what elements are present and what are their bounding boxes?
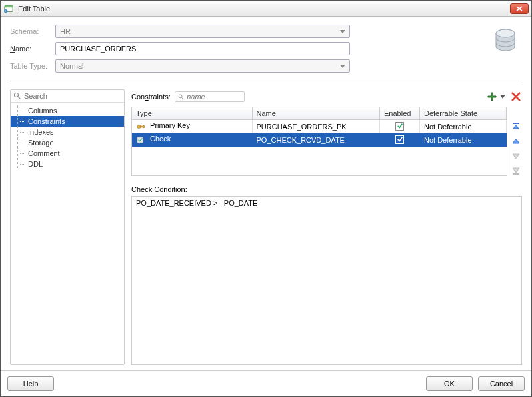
move-up-button[interactable] xyxy=(511,136,521,147)
close-button[interactable] xyxy=(510,3,529,14)
chevron-down-icon xyxy=(340,30,345,33)
sidebar: Columns Constraints Indexes Storage Comm… xyxy=(10,89,125,365)
constraints-label: Constraints: xyxy=(131,93,171,101)
svg-point-5 xyxy=(15,93,19,97)
svg-line-8 xyxy=(181,97,183,99)
table-type-select: Normal xyxy=(55,59,350,73)
constraints-filter-input[interactable] xyxy=(187,93,241,101)
primary-key-icon xyxy=(136,122,145,131)
ok-button[interactable]: OK xyxy=(426,376,473,391)
col-name[interactable]: Name xyxy=(252,107,380,120)
sidebar-search-input[interactable] xyxy=(24,92,121,100)
constraints-table: Type Name Enabled Deferrable State xyxy=(132,107,507,147)
table-row[interactable]: Check PO_CHECK_RCVD_DATE Not Deferrable xyxy=(132,133,507,147)
sidebar-item-columns[interactable]: Columns xyxy=(11,105,124,116)
schema-value: HR xyxy=(60,27,71,35)
col-enabled[interactable]: Enabled xyxy=(380,107,420,120)
table-header: Type Name Enabled Deferrable State xyxy=(132,107,507,120)
name-input[interactable] xyxy=(55,42,350,55)
constraints-filter[interactable] xyxy=(175,91,245,102)
cancel-button[interactable]: Cancel xyxy=(478,376,525,391)
window-title: Edit Table xyxy=(18,5,510,13)
table-type-value: Normal xyxy=(60,62,83,70)
schema-select: HR xyxy=(55,25,350,38)
sidebar-item-storage[interactable]: Storage xyxy=(11,137,124,148)
titlebar: Edit Table xyxy=(1,1,531,17)
sidebar-item-ddl[interactable]: DDL xyxy=(11,159,124,169)
svg-point-7 xyxy=(179,94,182,97)
check-condition-label: Check Condition: xyxy=(131,185,522,193)
sidebar-item-indexes[interactable]: Indexes xyxy=(11,127,124,137)
svg-rect-1 xyxy=(5,5,13,7)
help-button[interactable]: Help xyxy=(7,376,54,391)
sidebar-search[interactable] xyxy=(11,90,124,103)
col-type[interactable]: Type xyxy=(132,107,252,120)
move-down-button[interactable] xyxy=(511,151,521,161)
schema-label: Schema: xyxy=(10,27,50,35)
svg-rect-11 xyxy=(143,125,144,127)
delete-constraint-button[interactable] xyxy=(510,91,522,103)
check-condition-input[interactable]: PO_DATE_RECEIVED >= PO_DATE xyxy=(131,196,522,365)
app-icon xyxy=(3,3,14,14)
add-constraint-dropdown[interactable] xyxy=(499,91,506,103)
col-deferrable[interactable]: Deferrable State xyxy=(420,107,507,120)
sidebar-item-comment[interactable]: Comment xyxy=(11,148,124,159)
enabled-checkbox[interactable] xyxy=(395,135,404,144)
sidebar-item-constraints[interactable]: Constraints xyxy=(11,116,124,127)
search-icon xyxy=(13,92,21,100)
add-constraint-button[interactable] xyxy=(486,91,498,103)
check-icon xyxy=(136,135,145,145)
database-icon xyxy=(494,29,517,55)
move-bottom-button[interactable] xyxy=(511,165,521,176)
move-top-button[interactable] xyxy=(511,121,521,132)
table-type-label: Table Type: xyxy=(10,62,50,70)
name-label: Name: xyxy=(10,45,50,53)
svg-point-4 xyxy=(496,29,515,37)
search-icon xyxy=(178,93,184,101)
chevron-down-icon xyxy=(340,65,345,68)
table-row[interactable]: Primary Key PURCHASE_ORDERS_PK Not Defer… xyxy=(132,120,507,133)
enabled-checkbox[interactable] xyxy=(395,122,404,131)
svg-line-6 xyxy=(18,97,21,99)
